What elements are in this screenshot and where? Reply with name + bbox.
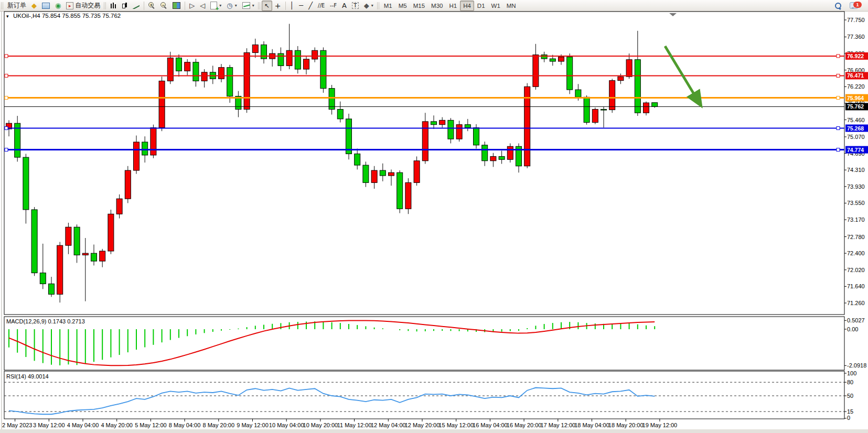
price-label-text: 75.964 (847, 95, 864, 101)
candle (286, 50, 292, 66)
candle (134, 142, 140, 170)
line-handle[interactable] (5, 96, 8, 100)
candle (592, 110, 598, 123)
time-tick-label: 3 May 12:00 (33, 422, 65, 428)
symbol-dropdown-icon[interactable]: ▾ (6, 14, 9, 19)
line-handle[interactable] (5, 127, 8, 130)
candle (244, 52, 250, 109)
candle (295, 50, 301, 69)
candle (575, 90, 581, 97)
line-handle[interactable] (837, 148, 840, 151)
candle (644, 103, 649, 113)
price-tick-label: 73.930 (847, 183, 865, 190)
line-handle[interactable] (837, 74, 840, 77)
candle (219, 68, 224, 79)
line-handle[interactable] (837, 127, 840, 130)
candle (618, 77, 624, 80)
time-tick-label: 2 May 2023 (2, 422, 32, 428)
time-tick-label: 9 May 12:00 (237, 422, 269, 428)
rsi-axis-label: 0 (847, 415, 850, 421)
candle (304, 59, 309, 69)
candle (635, 60, 640, 113)
candle (567, 57, 573, 90)
candle (371, 170, 377, 182)
candle (151, 128, 156, 155)
candle (507, 146, 513, 159)
candle (261, 45, 267, 59)
line-handle[interactable] (5, 148, 8, 151)
candle (91, 253, 97, 261)
candle (405, 182, 411, 209)
candle (159, 81, 165, 127)
candle (252, 45, 258, 52)
time-tick-label: 8 May 20:00 (203, 422, 235, 428)
time-axis: 2 May 20233 May 12:004 May 04:004 May 20… (2, 419, 677, 428)
candle (278, 53, 284, 66)
symbol-ohlc-label: UKOil-,H4 75.854 75.855 75.735 75.762 (13, 13, 121, 19)
candle (584, 97, 590, 122)
candle (337, 110, 343, 119)
price-label-text: 76.922 (847, 53, 864, 59)
time-tick-label: 10 May 20:00 (303, 422, 338, 428)
candle (312, 50, 318, 59)
price-tick-label: 76.220 (847, 83, 865, 90)
candle (397, 172, 403, 209)
line-handle[interactable] (837, 55, 840, 58)
macd-label: MACD(12,26,9) 0.1743 0.2713 (6, 318, 85, 324)
price-tick-label: 77.360 (847, 34, 865, 40)
candle (346, 119, 352, 154)
candle (601, 110, 607, 111)
candle (201, 72, 207, 81)
candle (465, 125, 470, 128)
candle (167, 58, 173, 81)
price-tick-label: 73.550 (847, 200, 865, 206)
candle (23, 157, 29, 210)
chart-canvas[interactable]: 77.75077.36076.98076.60076.22075.84075.4… (0, 0, 868, 433)
candle (57, 245, 63, 294)
rsi-axis-label: 15 (847, 408, 853, 415)
candle (474, 128, 479, 145)
candle (652, 103, 658, 107)
time-tick-label: 19 May 12:00 (642, 422, 678, 428)
candle (125, 170, 131, 199)
candle (380, 170, 385, 176)
candle (440, 120, 445, 124)
candle (559, 57, 564, 61)
candle (609, 81, 615, 110)
line-handle[interactable] (5, 55, 8, 58)
time-tick-label: 5 May 12:00 (135, 422, 167, 428)
candle (49, 284, 55, 294)
candle (82, 253, 88, 255)
candle (414, 161, 420, 183)
candle (176, 58, 182, 71)
price-tick-label: 72.020 (847, 267, 865, 273)
price-label-text: 76.471 (847, 72, 864, 79)
time-tick-label: 18 May 20:00 (608, 422, 644, 428)
time-tick-label: 4 May 20:00 (101, 422, 133, 428)
main-chart-panel[interactable] (4, 12, 844, 315)
macd-axis-label: 0.5027 (847, 317, 865, 323)
rsi-axis-label: 50 (847, 393, 853, 399)
price-tick-label: 72.400 (847, 250, 865, 256)
line-handle[interactable] (5, 74, 8, 77)
time-tick-label: 16 May 04:00 (473, 422, 508, 428)
candle (550, 59, 555, 61)
price-tick-label: 71.260 (847, 300, 865, 306)
candle (533, 55, 539, 87)
time-tick-label: 8 May 04:00 (169, 422, 201, 428)
line-handle[interactable] (837, 96, 840, 100)
candle (389, 172, 394, 176)
candle (142, 142, 148, 155)
rsi-axis-label: 80 (847, 379, 853, 385)
candle (193, 62, 199, 81)
price-tick-label: 72.780 (847, 234, 865, 240)
price-label-text: 74.774 (847, 147, 864, 153)
candle (541, 55, 547, 59)
candle (490, 156, 496, 160)
candle (355, 154, 360, 165)
time-tick-label: 10 May 04:00 (269, 422, 304, 428)
candle (456, 125, 462, 139)
time-tick-label: 15 May 12:00 (438, 422, 474, 428)
time-tick-label: 18 May 04:00 (574, 422, 609, 428)
candle (100, 251, 105, 261)
